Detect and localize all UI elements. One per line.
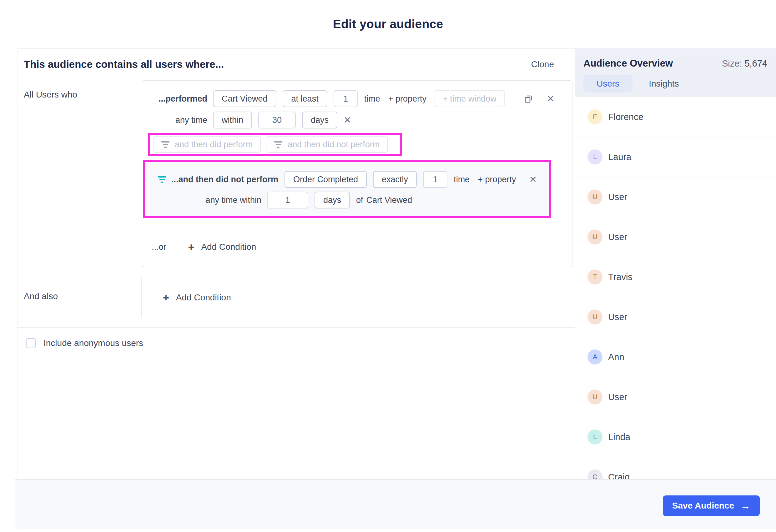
duplicate-condition-button[interactable] xyxy=(523,93,534,104)
anytime-label: any time xyxy=(142,115,207,125)
filter-icon xyxy=(161,141,170,148)
user-list-item[interactable]: A Ann xyxy=(575,337,776,377)
sub-event-select-button[interactable]: Order Completed xyxy=(284,171,367,188)
user-list-item[interactable]: L Linda xyxy=(575,417,776,457)
count-input[interactable] xyxy=(334,90,358,107)
sub-unit-select-button[interactable]: days xyxy=(315,192,350,209)
event-select-button[interactable]: Cart Viewed xyxy=(213,90,276,107)
workspace: This audience contains all users where..… xyxy=(17,48,776,479)
user-name: Florence xyxy=(608,112,643,122)
user-list-item[interactable]: U User xyxy=(575,177,776,217)
avatar: U xyxy=(587,309,602,324)
avatar-initial: F xyxy=(593,113,597,121)
sub-add-property-link[interactable]: + property xyxy=(478,175,516,185)
tab-insights[interactable]: Insights xyxy=(636,75,692,92)
overview-tabs: Users Insights xyxy=(583,75,767,92)
avatar: U xyxy=(587,229,602,244)
user-list: F Florence L Laura U xyxy=(575,97,776,479)
avatar: U xyxy=(587,190,602,205)
close-icon: ✕ xyxy=(547,94,554,103)
arrow-right-icon: → xyxy=(740,501,750,511)
time-label: time xyxy=(364,94,380,104)
add-and-condition-button[interactable]: + Add Condition xyxy=(161,292,233,303)
avatar-initial: L xyxy=(593,153,597,161)
user-list-item[interactable]: U User xyxy=(575,377,776,417)
sub-time-label: time xyxy=(454,175,469,185)
user-name: User xyxy=(608,232,627,242)
add-time-window-button[interactable]: + time window xyxy=(435,90,505,107)
and-also-content: + Add Condition xyxy=(142,277,233,318)
overview-title: Audience Overview xyxy=(583,58,673,69)
plus-icon: + xyxy=(163,292,169,303)
add-condition-label: Add Condition xyxy=(176,293,231,303)
within-select-button[interactable]: within xyxy=(213,111,252,128)
funnel-buttons-highlight: and then did perform and then did not pe… xyxy=(148,133,402,156)
remove-subcondition-button[interactable]: ✕ xyxy=(529,175,549,184)
add-or-condition-button[interactable]: + Add Condition xyxy=(186,241,258,253)
filter-icon-teal xyxy=(158,176,166,183)
sub-operator-select-button[interactable]: exactly xyxy=(373,171,417,188)
user-name: Craig xyxy=(608,472,630,480)
user-name: Travis xyxy=(608,272,632,282)
unit-select-button[interactable]: days xyxy=(302,111,337,128)
clone-button[interactable]: Clone xyxy=(529,59,556,70)
and-then-did-not-perform-button[interactable]: and then did not perform xyxy=(266,136,388,153)
all-users-label: All Users who xyxy=(17,80,142,267)
operator-select-button[interactable]: at least xyxy=(282,90,327,107)
audience-overview-panel: Audience Overview Size: 5,674 Users Insi… xyxy=(575,49,776,479)
overview-title-row: Audience Overview Size: 5,674 xyxy=(583,58,767,69)
subcondition-row-main: ...and then did not perform Order Comple… xyxy=(145,171,549,188)
user-list-item[interactable]: F Florence xyxy=(575,97,776,137)
sub-within-value-input[interactable] xyxy=(267,192,308,209)
avatar-initial: U xyxy=(592,193,597,201)
include-anonymous-label: Include anonymous users xyxy=(43,338,143,348)
remove-condition-button[interactable]: ✕ xyxy=(547,94,554,103)
within-value-input[interactable] xyxy=(258,111,296,128)
tab-users[interactable]: Users xyxy=(583,75,632,92)
did-perform-label: and then did perform xyxy=(175,140,253,150)
condition-row-performed: ...performed Cart Viewed at least time +… xyxy=(142,90,572,107)
avatar: F xyxy=(587,109,602,124)
user-name: Laura xyxy=(608,152,631,162)
include-anonymous-checkbox[interactable] xyxy=(26,338,36,348)
or-row: ...or + Add Condition xyxy=(142,239,572,255)
user-list-item[interactable]: U User xyxy=(575,297,776,337)
user-list-item[interactable]: U User xyxy=(575,217,776,257)
add-condition-label: Add Condition xyxy=(201,242,256,252)
remove-timewindow-button[interactable]: ✕ xyxy=(344,116,351,125)
avatar: A xyxy=(587,349,602,364)
user-list-item[interactable]: T Travis xyxy=(575,257,776,297)
and-then-did-perform-button[interactable]: and then did perform xyxy=(153,136,261,153)
plus-icon: + xyxy=(188,242,194,252)
add-property-link[interactable]: + property xyxy=(388,94,426,104)
subcondition-lead: ...and then did not perform xyxy=(145,175,278,185)
user-name: Linda xyxy=(608,432,630,442)
of-event-name: Cart Viewed xyxy=(366,195,412,205)
condition-row-timewindow: any time within days ✕ xyxy=(142,111,572,128)
user-list-item[interactable]: C Craig xyxy=(575,457,776,479)
or-label: ...or xyxy=(152,242,166,252)
user-name: User xyxy=(608,312,627,322)
size-value: 5,674 xyxy=(744,58,767,68)
avatar-initial: T xyxy=(593,273,597,281)
save-audience-button[interactable]: Save Audience → xyxy=(663,495,760,516)
anonymous-users-row: Include anonymous users xyxy=(17,328,575,348)
user-list-item[interactable]: L Laura xyxy=(575,137,776,177)
edit-audience-page: Edit your audience This audience contain… xyxy=(0,0,776,532)
overview-header: Audience Overview Size: 5,674 Users Insi… xyxy=(575,49,776,97)
avatar: L xyxy=(587,150,602,165)
user-name: User xyxy=(608,392,627,402)
avatar: U xyxy=(587,389,602,405)
editor-card-header: This audience contains all users where..… xyxy=(17,49,575,80)
avatar-initial: U xyxy=(592,393,597,401)
close-icon: ✕ xyxy=(529,175,537,184)
subcondition-label: ...and then did not perform xyxy=(171,175,278,185)
avatar-initial: U xyxy=(592,313,597,321)
avatar-initial: C xyxy=(592,473,597,479)
sub-count-input[interactable] xyxy=(423,171,447,188)
and-also-section: And also + Add Condition xyxy=(17,277,575,318)
performed-label: ...performed xyxy=(142,94,207,104)
subcondition-highlight-box: ...and then did not perform Order Comple… xyxy=(143,160,551,218)
close-icon: ✕ xyxy=(344,116,351,125)
audience-size: Size: 5,674 xyxy=(722,58,767,69)
